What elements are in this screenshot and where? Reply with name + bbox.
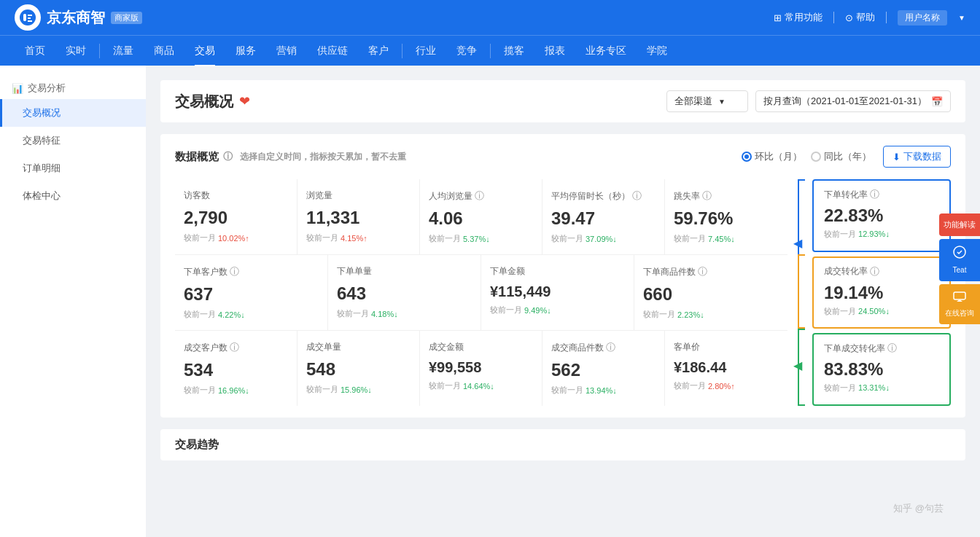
float-sidebar: 功能解读 Teat 在线咨询 (939, 213, 980, 324)
sidebar-item-overview[interactable]: 交易概况 (0, 99, 146, 127)
date-range-picker[interactable]: 按月查询（2021-01-01至2021-01-31） 📅 (755, 90, 951, 112)
sidebar-item-health[interactable]: 体检中心 (0, 182, 146, 210)
dropdown-icon: ▼ (718, 98, 726, 106)
float-btn-label-3 (953, 296, 966, 305)
sidebar-item-feature[interactable]: 交易特征 (0, 127, 146, 154)
nav-realtime[interactable]: 实时 (55, 36, 96, 66)
float-btn-teat[interactable]: Teat (939, 239, 980, 281)
order-conv-compare: 较前一月 12.93% (824, 229, 939, 240)
main-content: 交易概况 ❤ 全部渠道 ▼ 按月查询（2021-01-01至2021-01-31… (146, 66, 980, 537)
help-btn[interactable]: ⊙ 帮助 (845, 11, 875, 24)
functions-btn[interactable]: ⊞ 常用功能 (774, 11, 822, 24)
nav-report[interactable]: 报表 (534, 36, 575, 66)
metric-order-amount: 下单金额 ¥115,449 较前一月 9.49% (481, 255, 634, 330)
user-name[interactable]: 用户名称 (898, 10, 947, 26)
metric-avg-pageview: 人均浏览量 ⓘ 4.06 较前一月 5.37% (420, 179, 542, 254)
nav-home[interactable]: 首页 (15, 36, 55, 66)
float-btn-consult[interactable]: 在线咨询 (939, 284, 980, 324)
sidebar: 📊 交易分析 交易概况 交易特征 订单明细 体检中心 (0, 66, 146, 537)
nav-attract[interactable]: 揽客 (494, 36, 534, 66)
data-overview-card: 数据概览 ⓘ 选择自定义时间，指标按天累加，暂不去重 环比（月） 同比（年） (160, 134, 965, 418)
nav-industry[interactable]: 行业 (405, 36, 446, 66)
metric-pageview: 浏览量 11,331 较前一月 4.15% (298, 179, 420, 254)
right-metrics-wrapper: ◀ ◀ 下单转化率 ⓘ (795, 179, 951, 406)
sidebar-section-trade: 📊 交易分析 (0, 73, 146, 99)
nav-product[interactable]: 商品 (144, 36, 184, 66)
metric-visitors-label: 访客数 (184, 189, 288, 202)
favorite-icon[interactable]: ❤ (239, 93, 250, 109)
nav-divider3 (490, 44, 491, 58)
header-divider2 (886, 12, 887, 23)
top-header: 京东商智 商家版 ⊞ 常用功能 ⊙ 帮助 用户名称 ▼ (0, 0, 980, 35)
radio-year-dot (811, 152, 821, 162)
order-conv-value: 22.83% (824, 205, 939, 226)
deal-conv-compare: 较前一月 24.50% (824, 306, 939, 317)
metric-avg-stay: 平均停留时长（秒） ⓘ 39.47 较前一月 37.09% (542, 179, 665, 254)
content-layout: 📊 交易分析 交易概况 交易特征 订单明细 体检中心 交易概况 ❤ 全部渠道 ▼… (0, 66, 980, 537)
nav-academy[interactable]: 学院 (637, 36, 677, 66)
user-arrow-icon: ▼ (958, 14, 965, 22)
right-cards: 下单转化率 ⓘ 22.83% 较前一月 12.93% (812, 179, 951, 406)
bracket-orange (798, 254, 805, 329)
sidebar-item-orders[interactable]: 订单明细 (0, 154, 146, 182)
trade-analysis-icon: 📊 (12, 83, 23, 94)
nav-traffic[interactable]: 流量 (103, 36, 144, 66)
nav-business[interactable]: 业务专区 (575, 36, 637, 66)
right-card-order-conversion: 下单转化率 ⓘ 22.83% 较前一月 12.93% (812, 179, 951, 252)
nav-divider2 (402, 44, 402, 58)
float-teat-text: Teat (944, 265, 976, 275)
nav-customer[interactable]: 客户 (358, 36, 399, 66)
logo-area: 京东商智 商家版 (15, 4, 142, 31)
metric-deal-amount: 成交金额 ¥99,558 较前一月 14.64% (420, 331, 542, 406)
nav-marketing[interactable]: 营销 (266, 36, 307, 66)
float-consult-text: 在线咨询 (944, 308, 976, 318)
float-btn-label-1: 功能解读 (944, 219, 976, 228)
radio-year[interactable]: 同比（年） (811, 150, 871, 163)
nav-supply[interactable]: 供应链 (307, 36, 358, 66)
page-controls: 全部渠道 ▼ 按月查询（2021-01-01至2021-01-31） 📅 (666, 90, 951, 112)
metrics-row3: 成交客户数 ⓘ 534 较前一月 16.96% 成交单量 548 (175, 331, 788, 406)
metric-order-qty: 下单单量 643 较前一月 4.18% (328, 255, 481, 330)
metric-order-customers: 下单客户数 ⓘ 637 较前一月 4.22% (175, 255, 328, 330)
info-icon[interactable]: ⓘ (223, 150, 233, 163)
order-deal-conv-compare: 较前一月 13.31% (824, 383, 939, 393)
metric-visitors: 访客数 2,790 较前一月 10.02% (175, 179, 298, 254)
brackets-col: ◀ ◀ (795, 179, 812, 406)
metric-visitors-value: 2,790 (184, 208, 288, 228)
radio-month[interactable]: 环比（月） (742, 150, 802, 163)
radio-month-dot (742, 152, 752, 162)
order-conv-info[interactable]: ⓘ (870, 188, 879, 201)
page-title-area: 交易概况 ❤ (175, 92, 250, 111)
order-deal-conv-info[interactable]: ⓘ (887, 342, 897, 355)
right-card-deal-conversion: 成交转化率 ⓘ 19.14% 较前一月 24.50% (812, 256, 951, 329)
nav-trade[interactable]: 交易 (184, 36, 225, 66)
bounce-info[interactable]: ⓘ (702, 189, 712, 203)
bottom-section-title: 交易趋势 (160, 429, 965, 460)
metric-visitors-compare: 较前一月 10.02% (184, 232, 288, 243)
float-btn-function[interactable]: 功能解读 (939, 213, 980, 235)
logo-text: 京东商智 (47, 8, 105, 28)
metric-deal-customers: 成交客户数 ⓘ 534 较前一月 16.96% (175, 331, 298, 406)
card-hint: 选择自定义时间，指标按天累加，暂不去重 (240, 151, 406, 163)
metric-order-items: 下单商品件数 ⓘ 660 较前一月 2.23% (634, 255, 788, 330)
deal-conv-info[interactable]: ⓘ (870, 265, 879, 278)
page-header: 交易概况 ❤ 全部渠道 ▼ 按月查询（2021-01-01至2021-01-31… (160, 80, 965, 122)
metric-unit-price: 客单价 ¥186.44 较前一月 2.80% (665, 331, 788, 406)
download-btn[interactable]: ⬇ 下载数据 (883, 146, 951, 168)
grid-icon: ⊞ (774, 12, 782, 23)
logo-icon (15, 4, 41, 31)
nav-compete[interactable]: 竞争 (446, 36, 487, 66)
svg-rect-2 (954, 292, 965, 299)
header-divider (833, 12, 834, 23)
avg-stay-info[interactable]: ⓘ (632, 189, 642, 203)
calendar-icon: 📅 (931, 96, 943, 107)
right-card-order-deal-conversion: 下单成交转化率 ⓘ 83.83% 较前一月 13.31% (812, 333, 951, 406)
metric-deal-qty: 成交单量 548 较前一月 15.96% (298, 331, 420, 406)
deal-conv-value: 19.14% (824, 283, 939, 303)
float-btn-label-2 (952, 252, 967, 261)
channel-select[interactable]: 全部渠道 ▼ (666, 90, 748, 112)
nav-service[interactable]: 服务 (225, 36, 266, 66)
header-right: ⊞ 常用功能 ⊙ 帮助 用户名称 ▼ (774, 10, 965, 26)
avg-pv-info[interactable]: ⓘ (475, 189, 484, 203)
metrics-row1: 访客数 2,790 较前一月 10.02% 浏览量 11,331 (175, 179, 788, 255)
